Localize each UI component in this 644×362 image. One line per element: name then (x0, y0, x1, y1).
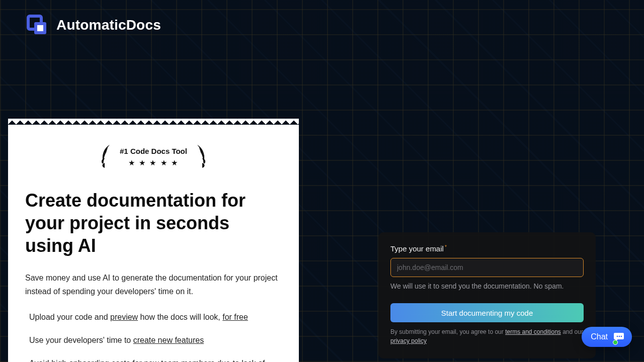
badge-title: #1 Code Docs Tool (120, 147, 187, 155)
brand-name: AutomaticDocs (56, 17, 161, 33)
chat-widget-button[interactable]: Chat (582, 327, 632, 347)
brand-logo-icon (26, 14, 48, 36)
svg-point-3 (617, 336, 618, 337)
feature-item: Avoid high onboarding costs for new team… (25, 356, 282, 362)
chat-label: Chat (591, 332, 608, 341)
feature-item: Use your developers' time to create new … (25, 333, 282, 347)
email-hint: We will use it to send you the documenta… (390, 282, 584, 290)
email-input[interactable] (390, 258, 584, 277)
privacy-link[interactable]: privacy policy (390, 337, 427, 344)
chat-online-dot-icon (613, 340, 618, 345)
terms-link[interactable]: terms and conditions (505, 328, 561, 335)
hero-card: #1 Code Docs Tool ★ ★ ★ ★ ★ Create docum… (8, 125, 299, 362)
svg-point-5 (621, 336, 622, 337)
svg-rect-2 (37, 25, 43, 31)
email-label: Type your email* (390, 244, 584, 253)
feature-item: Upload your code and preview how the doc… (25, 310, 282, 324)
header: AutomaticDocs (0, 0, 644, 50)
email-form-card: Type your email* We will use it to send … (378, 232, 596, 358)
feature-list: Upload your code and preview how the doc… (25, 310, 282, 362)
legal-text: By submitting your email, you agree to o… (390, 327, 584, 345)
laurel-right-icon (193, 143, 209, 171)
hero-subhead: Save money and use AI to generate the do… (25, 271, 282, 298)
award-badge: #1 Code Docs Tool ★ ★ ★ ★ ★ (25, 143, 282, 171)
hero-headline: Create documentation for your project in… (25, 189, 282, 257)
laurel-left-icon (98, 143, 114, 171)
submit-button[interactable]: Start documenting my code (390, 303, 584, 322)
badge-stars: ★ ★ ★ ★ ★ (120, 158, 187, 167)
svg-point-4 (619, 336, 620, 337)
chat-bubble-icon (613, 331, 625, 343)
